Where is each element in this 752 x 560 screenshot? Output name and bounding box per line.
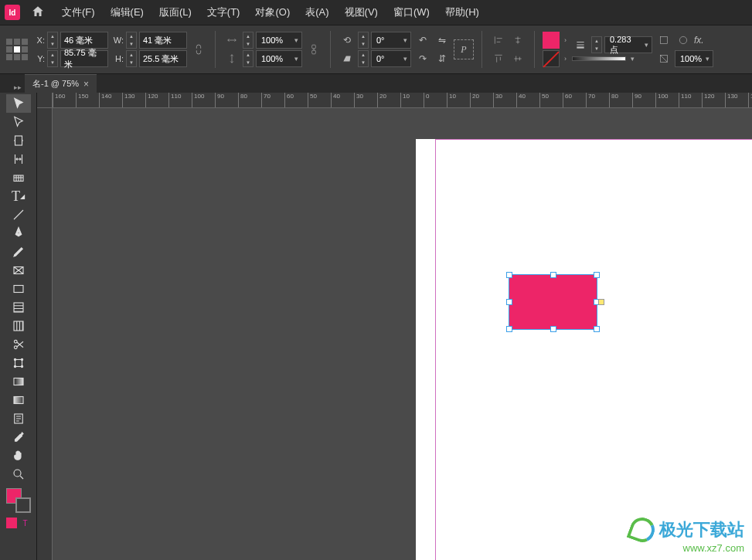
shear-select[interactable]: 0° <box>371 50 411 67</box>
zoom-tool[interactable] <box>6 465 31 484</box>
opacity-select[interactable]: 100% <box>675 50 713 67</box>
menu-view[interactable]: 视图(V) <box>339 5 384 19</box>
rotate-select[interactable]: 0° <box>371 32 411 49</box>
page-tool[interactable] <box>6 131 31 150</box>
svg-point-18 <box>21 365 22 367</box>
panel-collapse-icon[interactable]: ▸▸ <box>12 82 25 93</box>
gradient-swatch-tool[interactable] <box>6 372 31 391</box>
menu-help[interactable]: 帮助(H) <box>439 5 485 19</box>
resize-handle-bl[interactable] <box>506 326 512 332</box>
constrain-scale-icon[interactable] <box>305 41 322 58</box>
resize-handle-tl[interactable] <box>506 272 512 278</box>
stroke-dropdown-icon[interactable]: › <box>562 55 569 63</box>
horizontal-ruler[interactable]: 1601501401301201101009080706050403020100… <box>53 93 752 108</box>
stroke-color-swatch[interactable] <box>15 497 31 513</box>
rectangle-tool[interactable] <box>6 280 31 298</box>
selection-tool[interactable] <box>6 94 31 113</box>
pencil-tool[interactable] <box>6 243 31 261</box>
menu-file[interactable]: 文件(F) <box>56 5 101 19</box>
ruler-origin[interactable] <box>37 93 53 108</box>
stroke-style-bar[interactable] <box>572 56 626 61</box>
canvas-area[interactable]: 1601501401301201101009080706050403020100… <box>37 93 752 560</box>
scale-v-stepper[interactable]: ▲▼ <box>243 50 254 67</box>
scale-h-stepper[interactable]: ▲▼ <box>243 32 254 49</box>
rectangle-frame-tool[interactable] <box>6 261 31 280</box>
scissors-tool[interactable] <box>6 335 31 354</box>
align-icon-4[interactable] <box>509 50 526 67</box>
align-icon-1[interactable] <box>490 32 507 49</box>
gap-tool[interactable] <box>6 150 31 168</box>
y-label: Y: <box>32 54 45 63</box>
stroke-style-dropdown-icon[interactable]: ▾ <box>628 55 637 63</box>
app-icon: Id <box>5 5 20 20</box>
stroke-weight-stepper[interactable]: ▲▼ <box>591 36 602 53</box>
x-input[interactable]: 46 毫米 <box>60 32 108 49</box>
rotate-stepper[interactable]: ▲▼ <box>358 32 369 49</box>
menu-layout[interactable]: 版面(L) <box>153 5 198 19</box>
fill-dropdown-icon[interactable]: › <box>562 36 569 44</box>
rotate-cw-icon[interactable]: ↷ <box>414 50 431 67</box>
menu-edit[interactable]: 编辑(E) <box>104 5 150 19</box>
scale-h-select[interactable]: 100% <box>256 32 302 49</box>
align-icon-2[interactable] <box>509 32 526 49</box>
y-input[interactable]: 85.75 毫米 <box>60 50 108 67</box>
resize-handle-tm[interactable] <box>550 272 556 278</box>
align-icon-3[interactable] <box>490 50 507 67</box>
opacity-circle-icon[interactable] <box>675 32 692 49</box>
h-stepper[interactable]: ▲▼ <box>126 50 137 67</box>
direct-selection-tool[interactable] <box>6 113 31 131</box>
flip-h-icon[interactable]: ⇋ <box>434 32 451 49</box>
watermark-logo-icon <box>626 514 658 545</box>
gradient-feather-tool[interactable] <box>6 391 31 409</box>
reference-point-grid[interactable] <box>5 37 29 62</box>
text-flow-anchor[interactable] <box>598 299 604 305</box>
svg-rect-19 <box>14 378 23 385</box>
resize-handle-bm[interactable] <box>550 326 556 332</box>
content-collector-tool[interactable] <box>6 168 31 187</box>
menu-type[interactable]: 文字(T) <box>201 5 247 19</box>
svg-rect-5 <box>15 136 22 145</box>
character-panel-icon[interactable]: P <box>454 39 474 59</box>
grid-tool[interactable] <box>6 298 31 317</box>
tab-title: 名-1 @ 75% <box>32 78 79 90</box>
color-swatches[interactable] <box>6 488 31 513</box>
columns-tool[interactable] <box>6 317 31 335</box>
y-stepper[interactable]: ▲▼ <box>47 50 58 67</box>
menu-object[interactable]: 对象(O) <box>249 5 296 19</box>
svg-point-3 <box>679 36 686 43</box>
fx-label[interactable]: fx. <box>694 35 704 46</box>
selected-rectangle[interactable] <box>509 274 597 330</box>
vertical-ruler[interactable] <box>37 108 53 560</box>
w-stepper[interactable]: ▲▼ <box>126 32 137 49</box>
menu-table[interactable]: 表(A) <box>299 5 335 19</box>
eyedropper-tool[interactable] <box>6 428 31 446</box>
pen-tool[interactable] <box>6 224 31 243</box>
home-icon[interactable] <box>31 5 45 21</box>
menu-window[interactable]: 窗口(W) <box>387 5 436 19</box>
scale-v-select[interactable]: 100% <box>256 50 302 67</box>
resize-handle-br[interactable] <box>594 326 600 332</box>
hand-tool[interactable] <box>6 446 31 465</box>
type-tool[interactable]: T◢ <box>6 187 31 205</box>
line-tool[interactable] <box>6 205 31 224</box>
flip-v-icon[interactable]: ⇵ <box>434 50 451 67</box>
rotate-ccw-icon[interactable]: ↶ <box>414 32 431 49</box>
free-transform-tool[interactable] <box>6 354 31 372</box>
stroke-weight-select[interactable]: 0.283 点 <box>604 36 652 53</box>
h-input[interactable]: 25.5 毫米 <box>139 50 187 67</box>
stroke-swatch[interactable] <box>543 50 560 67</box>
svg-rect-10 <box>14 303 23 312</box>
constrain-proportions-icon[interactable] <box>190 41 207 58</box>
note-tool[interactable] <box>6 409 31 428</box>
x-stepper[interactable]: ▲▼ <box>47 32 58 49</box>
w-input[interactable]: 41 毫米 <box>139 32 187 49</box>
document-tab[interactable]: 名-1 @ 75% × <box>25 74 97 93</box>
tab-close-icon[interactable]: × <box>83 79 89 90</box>
apply-text-color-icon[interactable]: T <box>20 518 31 528</box>
resize-handle-ml[interactable] <box>506 299 512 305</box>
shear-stepper[interactable]: ▲▼ <box>358 50 369 67</box>
fill-swatch[interactable] <box>543 32 560 49</box>
apply-color-icon[interactable] <box>6 518 17 528</box>
opacity-square-icon[interactable] <box>655 32 672 49</box>
resize-handle-tr[interactable] <box>594 272 600 278</box>
